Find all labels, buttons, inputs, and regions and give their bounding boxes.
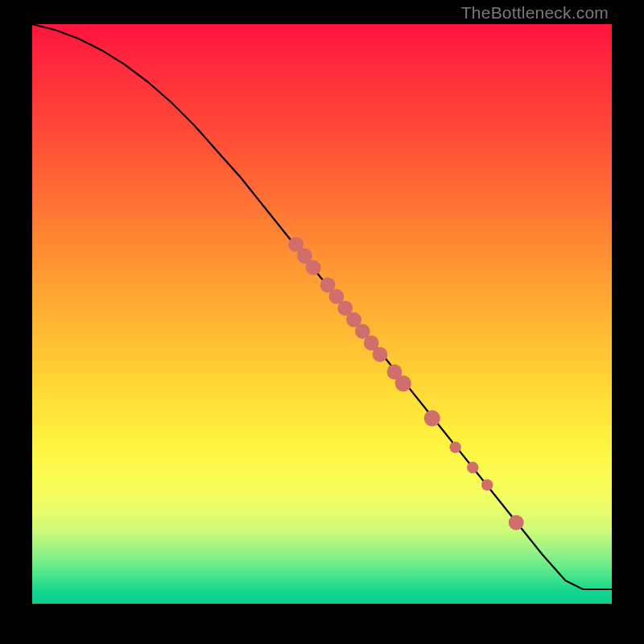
bottleneck-curve [32,24,612,589]
chart-svg [32,24,612,604]
data-point [481,479,493,490]
chart-stage: TheBottleneck.com [0,0,644,644]
data-point [395,375,411,391]
data-points-group [288,237,523,530]
data-point [449,441,460,452]
data-point [467,462,478,473]
data-point [373,347,388,362]
data-point [509,515,524,530]
plot-area [32,24,612,604]
data-point [306,260,321,275]
watermark-text: TheBottleneck.com [461,3,609,23]
data-point [424,411,440,427]
